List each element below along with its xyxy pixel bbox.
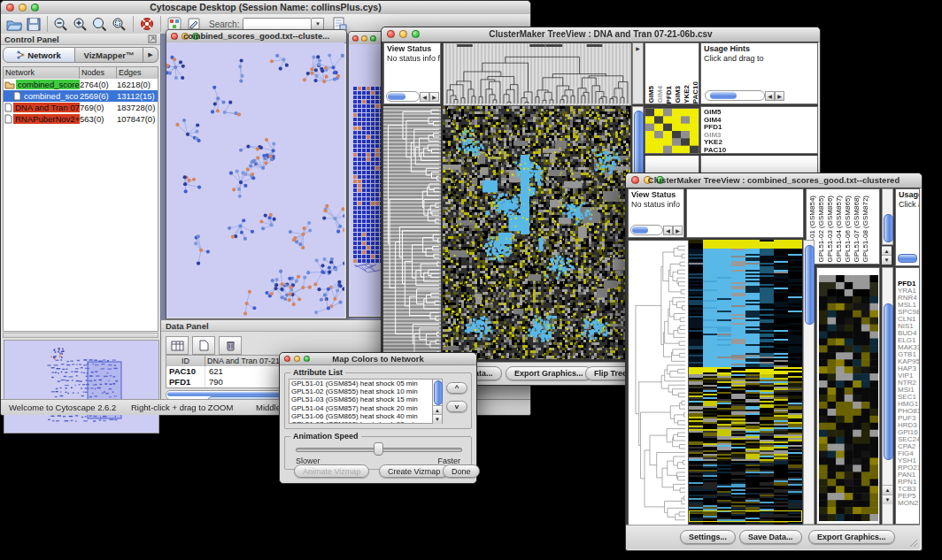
- column-label[interactable]: PAC10: [691, 81, 699, 104]
- scroll-right-arrow-icon[interactable]: ▶: [673, 226, 683, 235]
- dialog-titlebar[interactable]: Map Colors to Network: [280, 353, 476, 365]
- create-vizmap-button[interactable]: Create Vizmap: [379, 464, 449, 478]
- treeview2-vscrollbar[interactable]: [803, 240, 815, 525]
- treeview2-top-dendrogram-area[interactable]: [686, 188, 804, 238]
- network-name: RNAPuberNov2+: [13, 114, 80, 124]
- zoom-out-icon[interactable]: [51, 15, 71, 33]
- view-status-hscrollbar[interactable]: ◀▶: [386, 91, 439, 102]
- animate-vizmap-button[interactable]: Animate Vizmap: [294, 464, 369, 478]
- network-canvas[interactable]: [166, 42, 344, 318]
- column-header-network[interactable]: Network: [4, 67, 80, 79]
- network-row-combined-scores[interactable]: combined_scores 2764(0) 16218(0): [4, 79, 158, 90]
- open-session-button[interactable]: [4, 15, 24, 33]
- column-label[interactable]: GIM3: [674, 86, 683, 104]
- treeview1-titlebar[interactable]: ClusterMaker TreeView : DNA and Tran 07-…: [382, 27, 820, 42]
- cytoscape-titlebar[interactable]: Cytoscape Desktop (Session Name: collins…: [1, 1, 530, 15]
- scroll-down-arrow-icon[interactable]: ▼: [882, 255, 892, 265]
- network-row-dna-tran[interactable]: DNA and Tran 07 769(0) 183728(0): [4, 102, 158, 113]
- tab-vizmapper[interactable]: VizMapper™: [75, 47, 143, 63]
- scroll-down-arrow-icon[interactable]: ▼: [433, 414, 442, 424]
- column-label[interactable]: GPL51-04 (GSM857): [835, 196, 844, 263]
- help-lifering-icon[interactable]: [137, 15, 157, 33]
- minimize-button[interactable]: [361, 35, 367, 42]
- zoom-selected-icon[interactable]: [110, 15, 129, 33]
- animation-speed-label: Animation Speed: [290, 432, 361, 441]
- attribute-item[interactable]: GPL51-06 (GSM865) heat shock 40 min: [290, 412, 432, 420]
- column-header-id[interactable]: ID: [166, 356, 205, 366]
- close-button[interactable]: [352, 35, 359, 42]
- column-label[interactable]: GPL51-03 (GSM856): [826, 196, 835, 263]
- column-label[interactable]: GPL51-08 (GSM872): [861, 196, 870, 263]
- attribute-item[interactable]: GPL51-04 (GSM857) heat shock 20 min: [290, 404, 432, 412]
- column-header-nodes[interactable]: Nodes: [80, 67, 117, 79]
- zoom-fit-icon[interactable]: [90, 15, 110, 33]
- hscrollbar-thumb[interactable]: [632, 226, 648, 234]
- mini-heatmap-canvas[interactable]: [645, 109, 699, 153]
- network-row-combined-sco-selected[interactable]: combined_sco 2569(6) 13112(15): [4, 90, 158, 102]
- scroll-down-arrow-icon[interactable]: ▼: [883, 495, 892, 504]
- attribute-list-vscrollbar[interactable]: ▲ ▼: [432, 379, 443, 424]
- resize-grip[interactable]: [909, 539, 918, 548]
- column-header-edges[interactable]: Edges: [117, 67, 158, 79]
- save-session-button[interactable]: [24, 15, 43, 33]
- gene-label[interactable]: MON2: [898, 500, 919, 507]
- treeview2-titlebar[interactable]: ClusterMaker TreeView : combined_scores_…: [626, 173, 922, 188]
- column-label[interactable]: GPL51-07 (GSM868): [853, 196, 861, 263]
- vscrollbar-thumb[interactable]: [434, 380, 443, 405]
- column-label[interactable]: GPL51-02 (GSM855): [817, 196, 826, 263]
- done-button[interactable]: Done: [443, 464, 480, 478]
- tab-network[interactable]: Network: [3, 47, 75, 63]
- row-label[interactable]: PAC10: [704, 147, 817, 155]
- network-row-rnapuber[interactable]: RNAPuberNov2+ 563(0) 107847(0): [4, 113, 158, 125]
- attribute-item[interactable]: GPL51-07 (GSM868) heat shock 60 min: [290, 420, 432, 424]
- hscrollbar-thumb[interactable]: [710, 92, 737, 99]
- dendrogram-collapse-strip[interactable]: ▶: [632, 42, 644, 104]
- column-labels-vscrollbar[interactable]: [882, 188, 893, 245]
- hscrollbar-thumb[interactable]: [388, 93, 405, 100]
- scroll-right-arrow-icon[interactable]: ▶: [429, 92, 439, 102]
- attribute-item[interactable]: GPL51-03 (GSM856) heat shock 15 min: [290, 395, 432, 403]
- vscrollbar-thumb[interactable]: [884, 214, 893, 242]
- vscrollbar-thumb[interactable]: [805, 245, 815, 325]
- column-label[interactable]: YKE2: [683, 85, 691, 104]
- attribute-item[interactable]: GPL51-02 (GSM855) heat shock 10 min: [290, 387, 432, 395]
- tab-overflow-button[interactable]: ▶: [143, 47, 158, 63]
- zoom-in-icon[interactable]: [71, 15, 90, 33]
- column-label[interactable]: GIM4: [656, 86, 665, 104]
- row-dendrogram-canvas[interactable]: [628, 240, 689, 525]
- row-dendrogram-canvas[interactable]: [383, 106, 441, 359]
- float-panel-icon[interactable]: [148, 35, 157, 45]
- gene-list-vscrollbar[interactable]: ▲ ▼: [882, 267, 893, 525]
- scroll-left-arrow-icon[interactable]: ◀: [420, 92, 429, 102]
- attribute-table-icon[interactable]: [166, 336, 189, 355]
- move-up-button[interactable]: ^: [446, 382, 467, 394]
- vscrollbar-thumb[interactable]: [884, 303, 893, 460]
- treeview2-heatmap-canvas[interactable]: [689, 240, 802, 525]
- animation-speed-slider-thumb[interactable]: [374, 442, 383, 456]
- settings-button[interactable]: Settings...: [680, 530, 736, 544]
- column-label[interactable]: PFD1: [665, 86, 674, 104]
- move-down-button[interactable]: v: [446, 401, 467, 412]
- export-graphics-button[interactable]: Export Graphics...: [506, 366, 592, 380]
- attribute-item[interactable]: GPL51-01 (GSM854) heat shock 05 min: [290, 380, 432, 387]
- network-overview-canvas[interactable]: [4, 340, 159, 433]
- delete-attribute-trash-icon[interactable]: [219, 336, 242, 355]
- zoom-heatmap-canvas[interactable]: [819, 275, 878, 521]
- column-label[interactable]: GIM5: [647, 86, 656, 104]
- scroll-left-arrow-icon[interactable]: ◀: [765, 91, 775, 101]
- column-label[interactable]: GPL51-06 (GSM865): [844, 196, 853, 263]
- network-view-titlebar[interactable]: combined_scores_good.txt--cluste...: [166, 30, 346, 43]
- save-data-button[interactable]: Save Data...: [739, 530, 802, 544]
- overview-splitter[interactable]: [3, 333, 158, 338]
- export-graphics-button[interactable]: Export Graphics...: [808, 530, 895, 544]
- zoom-button[interactable]: [370, 35, 376, 42]
- scroll-up-arrow-icon[interactable]: ▲: [883, 485, 892, 495]
- scroll-right-arrow-icon[interactable]: ▶: [775, 91, 784, 101]
- view-status-hscrollbar[interactable]: ◀▶: [630, 225, 683, 235]
- column-dendrogram-canvas[interactable]: [443, 42, 632, 106]
- treeview1-heatmap-canvas[interactable]: [443, 106, 630, 359]
- scroll-left-arrow-icon[interactable]: ◀: [663, 226, 673, 235]
- hscrollbar-thumb[interactable]: [898, 254, 917, 263]
- usage-hints-hscrollbar[interactable]: ◀▶: [705, 90, 784, 101]
- new-attribute-icon[interactable]: [192, 336, 215, 355]
